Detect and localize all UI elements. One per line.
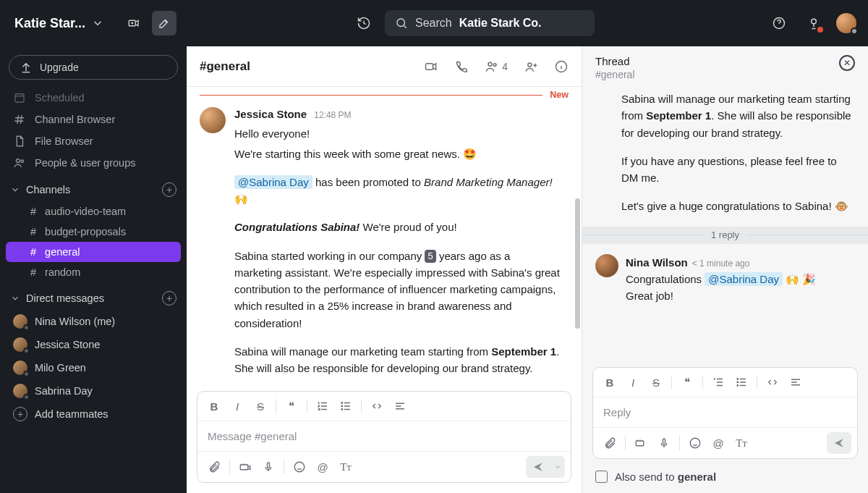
code-button[interactable] bbox=[366, 396, 388, 416]
video-button[interactable] bbox=[234, 457, 256, 477]
send-button[interactable] bbox=[526, 456, 550, 478]
mention-chip[interactable]: @Sabrina Day bbox=[234, 175, 312, 189]
upgrade-button[interactable]: Upgrade bbox=[9, 55, 178, 80]
format-toolbar: B I S ❝ bbox=[197, 392, 571, 421]
top-search-area: Search Katie Stark Co. bbox=[188, 10, 758, 36]
channel-title[interactable]: #general bbox=[200, 59, 250, 74]
whats-new-icon[interactable] bbox=[801, 11, 826, 35]
video-capture-icon[interactable] bbox=[122, 11, 146, 35]
sidebar-item-channel-browser[interactable]: Channel Browser bbox=[0, 109, 187, 130]
add-dm-button[interactable]: + bbox=[162, 291, 176, 306]
attach-toolbar: @ Tт bbox=[593, 427, 857, 458]
add-teammates-label: Add teammates bbox=[35, 408, 109, 420]
message-author-avatar[interactable] bbox=[200, 107, 226, 133]
new-messages-divider: New bbox=[187, 87, 582, 100]
sidebar-item-file-browser[interactable]: File Browser bbox=[0, 130, 187, 152]
close-thread-button[interactable]: ✕ bbox=[839, 55, 855, 71]
audio-button[interactable] bbox=[653, 433, 675, 453]
sidebar-item-scheduled[interactable]: Scheduled bbox=[0, 87, 187, 109]
formatting-toggle-button[interactable]: Tт bbox=[731, 433, 752, 453]
italic-button[interactable]: I bbox=[622, 372, 644, 392]
format-toolbar: B I S ❝ bbox=[593, 368, 857, 397]
thread-reply: Nina Wilson< 1 minute ago Congratulation… bbox=[595, 251, 855, 305]
add-people-icon[interactable] bbox=[524, 59, 538, 74]
codeblock-button[interactable] bbox=[785, 372, 807, 392]
emoji-button[interactable] bbox=[289, 457, 310, 477]
mention-chip[interactable]: @Sabrina Day bbox=[705, 272, 783, 286]
workspace-switcher[interactable]: Katie Star... bbox=[12, 11, 179, 35]
add-channel-button[interactable]: + bbox=[162, 182, 176, 197]
dm-jessica-stone[interactable]: Jessica Stone bbox=[0, 333, 187, 356]
help-icon[interactable] bbox=[767, 11, 791, 35]
channels-section-header[interactable]: Channels + bbox=[0, 174, 187, 201]
history-icon[interactable] bbox=[352, 11, 376, 35]
bold-button[interactable]: B bbox=[203, 396, 225, 416]
hash-icon: # bbox=[30, 206, 36, 217]
codeblock-button[interactable] bbox=[389, 396, 411, 416]
compose-button[interactable] bbox=[152, 11, 176, 35]
channel-browser-icon bbox=[13, 113, 26, 126]
upload-icon bbox=[20, 61, 33, 74]
emoji-button[interactable] bbox=[684, 433, 706, 453]
search-input[interactable]: Search Katie Stark Co. bbox=[385, 10, 595, 36]
hash-icon: # bbox=[30, 246, 36, 258]
channel-budget-proposals[interactable]: #budget-proposals bbox=[6, 222, 181, 242]
code-button[interactable] bbox=[762, 372, 783, 392]
dm-nina-wilson[interactable]: Nina Wilson (me) bbox=[0, 310, 187, 333]
sidebar-item-label: Channel Browser bbox=[35, 114, 115, 125]
audio-button[interactable] bbox=[258, 457, 279, 477]
strike-button[interactable]: S bbox=[645, 372, 667, 392]
new-label: New bbox=[550, 90, 569, 100]
thread-parent-line: Sabina will manage our marketing team st… bbox=[621, 90, 855, 141]
strike-button[interactable]: S bbox=[250, 396, 271, 416]
reply-input[interactable]: Reply bbox=[593, 397, 857, 427]
dm-sabrina-day[interactable]: Sabrina Day bbox=[0, 379, 187, 403]
dm-milo-green[interactable]: Milo Green bbox=[0, 356, 187, 379]
dm-name: Nina Wilson (me) bbox=[35, 316, 115, 327]
thread-body: Sabina will manage our marketing team st… bbox=[582, 85, 868, 361]
chevron-down-icon bbox=[91, 17, 104, 30]
dm-name: Sabrina Day bbox=[35, 385, 93, 397]
channel-general[interactable]: #general bbox=[6, 242, 181, 262]
video-call-icon[interactable] bbox=[424, 59, 438, 74]
avatar bbox=[13, 337, 27, 352]
user-avatar[interactable] bbox=[836, 13, 856, 33]
workspace-name-label: Katie Star... bbox=[14, 16, 85, 31]
also-send-checkbox[interactable] bbox=[595, 471, 608, 483]
dm-name: Jessica Stone bbox=[35, 339, 100, 350]
ordered-list-button[interactable] bbox=[707, 372, 729, 392]
reply-author[interactable]: Nina Wilson bbox=[626, 256, 688, 269]
sidebar-item-people[interactable]: People & user groups bbox=[0, 152, 187, 174]
members-button[interactable]: 4 bbox=[485, 59, 508, 74]
info-icon[interactable] bbox=[554, 59, 569, 74]
attach-button[interactable] bbox=[203, 457, 225, 477]
send-button[interactable] bbox=[827, 432, 851, 454]
svg-point-5 bbox=[16, 159, 20, 163]
file-browser-icon bbox=[13, 135, 26, 148]
quote-button[interactable]: ❝ bbox=[676, 372, 698, 392]
channel-name: general bbox=[45, 246, 80, 258]
reply-author-avatar[interactable] bbox=[595, 254, 618, 277]
send-options-button[interactable] bbox=[550, 456, 565, 478]
message-author[interactable]: Jessica Stone bbox=[234, 108, 307, 120]
attach-button[interactable] bbox=[599, 433, 621, 453]
mention-button[interactable]: @ bbox=[312, 457, 333, 477]
bold-button[interactable]: B bbox=[599, 372, 621, 392]
bullet-list-button[interactable] bbox=[731, 372, 752, 392]
ordered-list-button[interactable] bbox=[312, 396, 333, 416]
message-input[interactable]: Message #general bbox=[197, 421, 571, 451]
message-line: Congratulations Sabina! We're proud of y… bbox=[234, 219, 560, 235]
italic-button[interactable]: I bbox=[226, 396, 248, 416]
add-teammates-button[interactable]: + Add teammates bbox=[0, 403, 187, 426]
phone-call-icon[interactable] bbox=[454, 59, 469, 74]
channel-random[interactable]: #random bbox=[6, 262, 181, 282]
mention-button[interactable]: @ bbox=[707, 433, 729, 453]
formatting-toggle-button[interactable]: Tт bbox=[335, 457, 357, 477]
video-button[interactable] bbox=[630, 433, 652, 453]
bullet-list-button[interactable] bbox=[335, 396, 357, 416]
scrollbar-thumb[interactable] bbox=[575, 198, 580, 329]
channel-audio-video-team[interactable]: #audio-video-team bbox=[6, 201, 181, 222]
quote-button[interactable]: ❝ bbox=[281, 396, 302, 416]
dm-section-header[interactable]: Direct messages + bbox=[0, 282, 187, 310]
reply-line: Great job! bbox=[626, 287, 816, 304]
